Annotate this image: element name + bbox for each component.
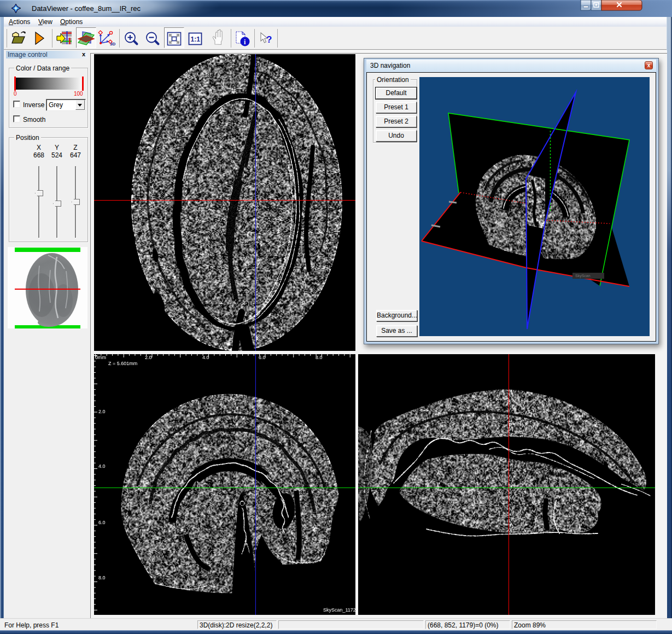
svg-text:1:1: 1:1	[191, 36, 201, 43]
svg-text:?: ?	[266, 34, 272, 45]
svg-text:3D: 3D	[110, 42, 115, 46]
